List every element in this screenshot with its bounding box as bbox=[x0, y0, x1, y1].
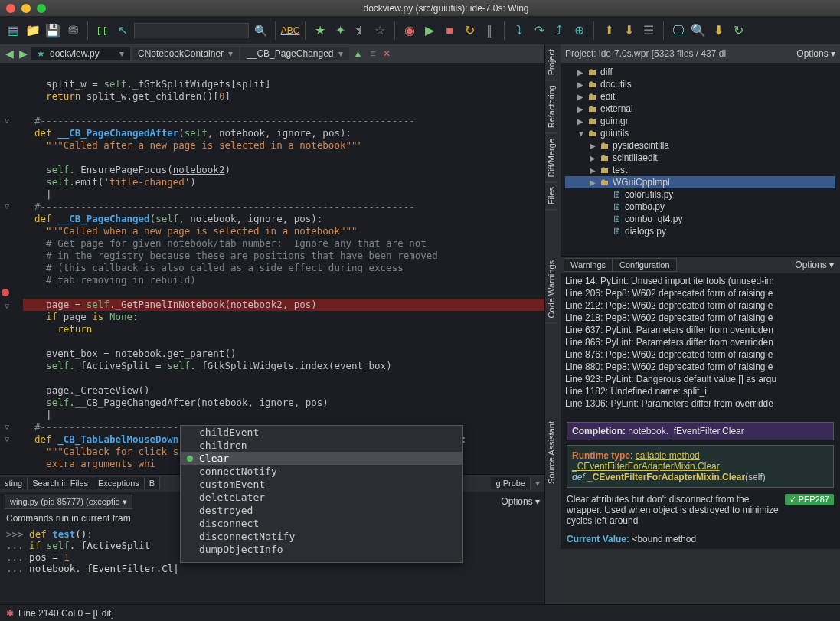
fold-icon[interactable]: ▽ bbox=[5, 115, 9, 127]
minimize-icon[interactable] bbox=[21, 4, 31, 13]
warn-item[interactable]: Line 206: Pep8: W602 deprecated form of … bbox=[565, 287, 835, 299]
autocomplete-item[interactable]: children bbox=[181, 439, 462, 452]
vtab-refactoring[interactable]: Refactoring bbox=[545, 80, 557, 133]
download-icon[interactable]: ⬇ bbox=[710, 22, 727, 39]
nav-fwd-icon[interactable]: ▶ bbox=[17, 47, 29, 60]
tree-row[interactable]: ▶🖿edit bbox=[565, 90, 835, 103]
class-link[interactable]: _CEventFilterForAdapterMixin.Clear bbox=[572, 461, 720, 472]
starout-icon[interactable]: ☆ bbox=[371, 22, 388, 39]
stepover-icon[interactable]: ↷ bbox=[531, 22, 547, 39]
warn-item[interactable]: Line 212: Pep8: W602 deprecated form of … bbox=[565, 299, 835, 312]
tab-config[interactable]: Configuration bbox=[613, 258, 676, 272]
process-combo[interactable]: wing.py (pid 85777) (exceptio ▾ bbox=[5, 495, 132, 509]
vtab-codewarnings[interactable]: Code Warnings bbox=[545, 256, 557, 323]
tree-row[interactable]: 🗎colorutils.py bbox=[565, 188, 835, 201]
vtab-diff[interactable]: Diff/Merge bbox=[545, 134, 557, 183]
search2-icon[interactable]: 🔍 bbox=[690, 22, 707, 39]
warn-tab-icon[interactable]: ▲ bbox=[354, 48, 363, 59]
refresh-icon[interactable]: ↻ bbox=[730, 22, 747, 39]
project-tree[interactable]: ▶🖿diff▶🖿docutils▶🖿edit▶🖿external▶🖿guimgr… bbox=[561, 63, 840, 256]
vtab-project[interactable]: Project bbox=[545, 44, 557, 80]
project-options[interactable]: Options ▾ bbox=[796, 48, 835, 59]
bug-icon[interactable]: ✱ bbox=[6, 608, 14, 619]
tree-row[interactable]: 🗎dialogs.py bbox=[565, 225, 835, 237]
fold-icon[interactable]: ▽ bbox=[5, 433, 9, 446]
tab-exceptions[interactable]: Exceptions bbox=[93, 477, 145, 489]
tree-row[interactable]: ▶🖿test bbox=[565, 164, 835, 176]
tab-warnings[interactable]: Warnings bbox=[564, 258, 613, 272]
warn-item[interactable]: Line 14: PyLint: Unused import itertools… bbox=[565, 275, 835, 287]
autocomplete-item[interactable]: Clear bbox=[181, 452, 462, 465]
autocomplete-item[interactable]: dumpObjectInfo bbox=[181, 543, 462, 556]
autocomplete-item[interactable]: disconnect bbox=[181, 517, 462, 530]
tab-b[interactable]: B bbox=[145, 477, 160, 489]
search-icon[interactable]: 🔍 bbox=[252, 22, 269, 39]
halfstar-icon[interactable]: ⯨ bbox=[351, 22, 368, 39]
tab-testing[interactable]: sting bbox=[0, 477, 28, 489]
nav-back-icon[interactable]: ◀ bbox=[3, 47, 15, 60]
search-input[interactable] bbox=[134, 23, 249, 38]
vtab-files[interactable]: Files bbox=[545, 182, 557, 210]
autocomplete-item[interactable]: deleteLater bbox=[181, 491, 462, 504]
pause-icon[interactable]: ‖ bbox=[481, 22, 498, 39]
close-tab-icon[interactable]: ✕ bbox=[383, 48, 391, 59]
fold-icon[interactable]: ▽ bbox=[5, 300, 9, 312]
bars-icon[interactable]: ⫿⫿ bbox=[94, 22, 111, 39]
autocomplete-item[interactable]: customEvent bbox=[181, 478, 462, 491]
fold-icon[interactable]: ▽ bbox=[5, 421, 9, 433]
warnings-list[interactable]: Line 14: PyLint: Unused import itertools… bbox=[561, 273, 840, 417]
star-icon[interactable]: ★ bbox=[312, 22, 328, 39]
new-file-icon[interactable]: ▤ bbox=[5, 22, 21, 39]
saveall-icon[interactable]: ⛃ bbox=[64, 22, 81, 39]
warn-item[interactable]: Line 1182: Undefined name: split_i bbox=[565, 385, 835, 397]
save-icon[interactable]: 💾 bbox=[44, 22, 61, 39]
tab-probe[interactable]: g Probe bbox=[491, 477, 531, 489]
stepout-icon[interactable]: ⤴ bbox=[551, 22, 567, 39]
stackdown-icon[interactable]: ⬇ bbox=[620, 22, 637, 39]
tab-search[interactable]: Search in Files bbox=[28, 477, 93, 489]
warn-options[interactable]: Options ▾ bbox=[795, 260, 837, 270]
tree-row[interactable]: ▶🖿WGuiCppImpl bbox=[565, 176, 835, 188]
tree-row[interactable]: ▼🖿guiutils bbox=[565, 127, 835, 139]
autocomplete-item[interactable]: disconnectNotify bbox=[181, 530, 462, 543]
warn-item[interactable]: Line 876: Pep8: W602 deprecated form of … bbox=[565, 348, 835, 361]
maximize-icon[interactable] bbox=[37, 4, 46, 13]
autocomplete-popup[interactable]: childEventchildrenClearconnectNotifycust… bbox=[180, 425, 463, 563]
open-icon[interactable]: 📁 bbox=[25, 22, 41, 39]
warn-item[interactable]: Line 637: PyLint: Parameters differ from… bbox=[565, 324, 835, 336]
method-combo[interactable]: __CB_PageChanged ▾ bbox=[240, 47, 348, 60]
sparkle-icon[interactable]: ✦ bbox=[332, 22, 348, 39]
options-button[interactable]: Options ▾ bbox=[501, 496, 540, 507]
fold-icon[interactable]: ▽ bbox=[5, 201, 9, 213]
play-icon[interactable]: ▶ bbox=[421, 22, 438, 39]
runtime-value[interactable]: callable method bbox=[636, 450, 700, 461]
warn-item[interactable]: Line 923: PyLint: Dangerous default valu… bbox=[565, 373, 835, 385]
autocomplete-item[interactable]: connectNotify bbox=[181, 465, 462, 478]
tree-row[interactable]: ▶🖿external bbox=[565, 103, 835, 115]
box-icon[interactable]: ◉ bbox=[401, 22, 418, 39]
tree-row[interactable]: ▶🖿guimgr bbox=[565, 115, 835, 127]
stepin-icon[interactable]: ⤵ bbox=[511, 22, 528, 39]
autocomplete-item[interactable]: destroyed bbox=[181, 504, 462, 517]
warn-item[interactable]: Line 1306: PyLint: Parameters differ fro… bbox=[565, 397, 835, 410]
file-tab[interactable]: ★ dockview.py ▾ bbox=[31, 47, 130, 60]
warn-item[interactable]: Line 866: PyLint: Parameters differ from… bbox=[565, 336, 835, 348]
spellcheck-icon[interactable]: ABC bbox=[282, 22, 299, 39]
warn-item[interactable]: Line 880: Pep8: W602 deprecated form of … bbox=[565, 361, 835, 373]
reload-icon[interactable]: ↻ bbox=[461, 22, 478, 39]
tree-row[interactable]: ▶🖿diff bbox=[565, 66, 835, 78]
stackup-icon[interactable]: ⬆ bbox=[600, 22, 617, 39]
tree-row[interactable]: ▶🖿docutils bbox=[565, 78, 835, 90]
tree-row[interactable]: 🗎combo_qt4.py bbox=[565, 213, 835, 225]
cursor-icon[interactable]: ↖ bbox=[114, 22, 131, 39]
tree-row[interactable]: ▶🖿scintillaedit bbox=[565, 152, 835, 164]
close-icon[interactable] bbox=[6, 4, 15, 13]
stack-icon[interactable]: ☰ bbox=[640, 22, 657, 39]
tree-row[interactable]: 🗎combo.py bbox=[565, 201, 835, 213]
monitor-icon[interactable]: 🖵 bbox=[670, 22, 687, 39]
vtab-assist[interactable]: Source Assistant bbox=[545, 417, 557, 489]
warn-item[interactable]: Line 218: Pep8: W602 deprecated form of … bbox=[565, 312, 835, 324]
diff-tab-icon[interactable]: ≡ bbox=[370, 48, 375, 59]
code-editor[interactable]: ▽ ▽ ▽ ▽ ▽ split_w = self._fGtkSplitWidge… bbox=[0, 63, 544, 474]
class-combo[interactable]: CNotebookContainer ▾ bbox=[132, 47, 239, 60]
